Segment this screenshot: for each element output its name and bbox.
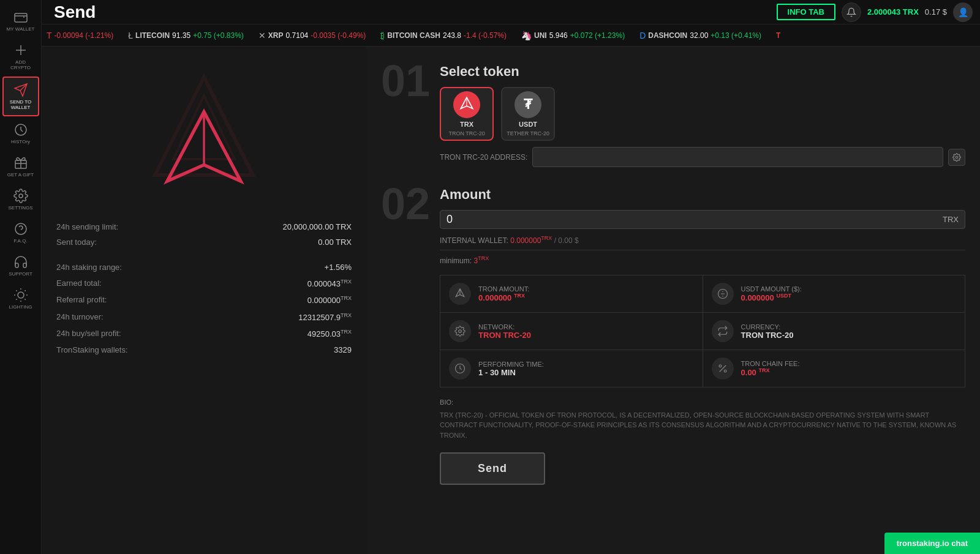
sidebar-item-my-wallet[interactable]: MY WALLET (2, 5, 39, 37)
lighting-icon (13, 288, 28, 302)
performing-time-value: 1 - 30 MIN (478, 368, 544, 377)
uni-price: 5.946 (549, 31, 568, 40)
sidebar-label-faq: F.A.Q. (13, 238, 27, 244)
ticker-bch: ₿ BITCOIN CASH 243.8 -1.4 (-0.57%) (380, 31, 507, 40)
xrp-logo: ✕ (258, 31, 266, 40)
tron-front-logo (161, 108, 247, 208)
step2-section: 02 Amount TRX INTERNAL WALLET: 0.000000T… (381, 182, 965, 485)
svg-line-29 (719, 365, 726, 372)
sidebar-item-settings[interactable]: SETTINGS (2, 184, 39, 215)
bell-icon (846, 7, 856, 17)
step2-title: Amount (440, 187, 965, 203)
sidebar-item-send-to-wallet[interactable]: SEND TO WALLET (2, 77, 39, 116)
sidebar-item-support[interactable]: SUPPORT (2, 250, 39, 282)
sending-limit-value: 20,000,000.00 TRX (282, 222, 352, 231)
network-icon (449, 320, 471, 342)
trx-token-name: TRX (460, 121, 473, 128)
stat-referral-profit: Referral profit: 0.000000TRX (56, 293, 352, 307)
faq-icon (13, 222, 28, 236)
xrp-change: -0.0035 (-0.49%) (311, 31, 366, 40)
add-icon (13, 43, 28, 58)
bio-section: BIO: TRX (TRC-20) - OFFICIAL TOKEN OF TR… (440, 397, 965, 440)
network-content: NETWORK: TRON TRC-20 (478, 323, 531, 340)
bch-change: -1.4 (-0.57%) (464, 31, 507, 40)
turnover-value: 12312507.9TRX (298, 312, 352, 322)
sidebar-item-faq[interactable]: F.A.Q. (2, 217, 39, 249)
uni-logo: 🦄 (521, 31, 532, 40)
page-title: Send (54, 2, 96, 22)
sidebar-label-settings: SETTINGS (8, 205, 32, 211)
sidebar-item-get-a-gift[interactable]: GET A GIFT (2, 151, 39, 182)
svg-point-4 (15, 223, 26, 234)
sidebar-item-add-crypto[interactable]: ADD CRYPTO (2, 38, 39, 75)
support-icon (13, 255, 28, 269)
sent-today-label: Sent today: (56, 238, 97, 247)
usdt-amount-icon (712, 283, 734, 305)
info-cell-usdt-amount: USDT AMOUNT ($): 0.000000 USDT (703, 275, 965, 313)
buy-sell-label: 24h buy/sell profit: (56, 329, 121, 339)
user-avatar[interactable]: 👤 (953, 2, 973, 22)
performing-time-label: PERFORMING TIME: (478, 361, 544, 368)
stats-section2: 24h staking range: +1.56% Earned total: … (56, 261, 352, 356)
address-input[interactable] (532, 147, 943, 167)
notification-button[interactable] (842, 2, 861, 22)
tron-chain-fee-label: TRON CHAIN FEE: (741, 360, 800, 367)
clock-icon (449, 357, 471, 380)
svg-line-10 (24, 299, 25, 299)
sidebar-label-add-crypto: ADD CRYPTO (5, 59, 37, 70)
staking-range-label: 24h staking range: (56, 263, 122, 272)
usdt-token-name: USDT (519, 121, 537, 128)
stats-section: 24h sending limit: 20,000,000.00 TRX Sen… (56, 220, 352, 249)
ltc-name: LITECOIN (135, 31, 170, 40)
svg-point-30 (719, 365, 722, 367)
chat-button[interactable]: tronstaking.io chat (884, 533, 980, 554)
svg-rect-0 (15, 13, 27, 22)
token-options: TRX TRON TRC-20 ₮ USDT TETHER TRC-20 (440, 87, 965, 141)
usdt-amount-label: USDT AMOUNT ($): (741, 285, 802, 293)
info-cell-network: NETWORK: TRON TRC-20 (440, 313, 703, 350)
token-card-usdt[interactable]: ₮ USDT TETHER TRC-20 (501, 87, 555, 141)
tron-chain-fee-content: TRON CHAIN FEE: 0.00 TRX (741, 360, 800, 377)
amount-input[interactable] (447, 213, 943, 226)
stat-wallets: TronStaking wallets: 3329 (56, 343, 352, 356)
wallet-label: INTERNAL WALLET: (440, 236, 508, 245)
send-button[interactable]: Send (440, 452, 545, 485)
sidebar-label-my-wallet: MY WALLET (7, 26, 35, 32)
referral-profit-value: 0.000000TRX (307, 295, 352, 305)
sidebar-item-history[interactable]: HISTOry (2, 118, 39, 149)
header: Send INFO TAB 2.000043 TRX 0.17 $ 👤 (42, 0, 980, 24)
usd-balance: 0.17 $ (925, 7, 947, 17)
token-card-trx[interactable]: TRX TRON TRC-20 (440, 87, 494, 141)
tron-amount-label: TRON AMOUNT: (478, 285, 529, 293)
svg-point-3 (19, 194, 23, 198)
history-icon (13, 122, 28, 137)
sidebar-item-lighting[interactable]: LIGHTING (2, 283, 39, 315)
earned-total-label: Earned total: (56, 279, 102, 288)
ltc-logo: Ł (128, 31, 133, 40)
tron-amount-content: TRON AMOUNT: 0.000000 TRX (478, 285, 529, 302)
xrp-price: 0.7104 (286, 31, 309, 40)
address-gear-button[interactable] (948, 149, 965, 166)
currency-label: CURRENCY: (741, 323, 794, 331)
stat-buy-sell: 24h buy/sell profit: 49250.03TRX (56, 327, 352, 340)
ltc-change: +0.75 (+0.83%) (193, 31, 244, 40)
usdt-symbol: ₮ (524, 97, 532, 113)
trx-ticker-logo: T (776, 31, 780, 40)
earned-total-value: 0.000043TRX (307, 279, 352, 288)
amount-input-row: TRX (440, 210, 965, 229)
svg-line-14 (24, 290, 25, 291)
wallet-info: INTERNAL WALLET: 0.000000TRX / 0.00 $ (440, 235, 965, 245)
svg-point-6 (18, 292, 24, 298)
send-icon (13, 83, 28, 97)
wallets-label: TronStaking wallets: (56, 345, 128, 354)
header-right: INFO TAB 2.000043 TRX 0.17 $ 👤 (777, 2, 973, 22)
xrp-name: XRP (268, 31, 284, 40)
minimum-value: 3TRX (473, 256, 489, 265)
main-content: Send INFO TAB 2.000043 TRX 0.17 $ 👤 T -0… (42, 0, 980, 554)
sidebar-label-history: HISTOry (11, 139, 30, 144)
ticker-uni: 🦄 UNI 5.946 +0.072 (+1.23%) (521, 31, 625, 40)
bch-logo: ₿ (380, 31, 385, 40)
stat-earned-total: Earned total: 0.000043TRX (56, 277, 352, 290)
trx-logo-svg (459, 97, 475, 113)
info-tab-button[interactable]: INFO TAB (777, 4, 835, 20)
